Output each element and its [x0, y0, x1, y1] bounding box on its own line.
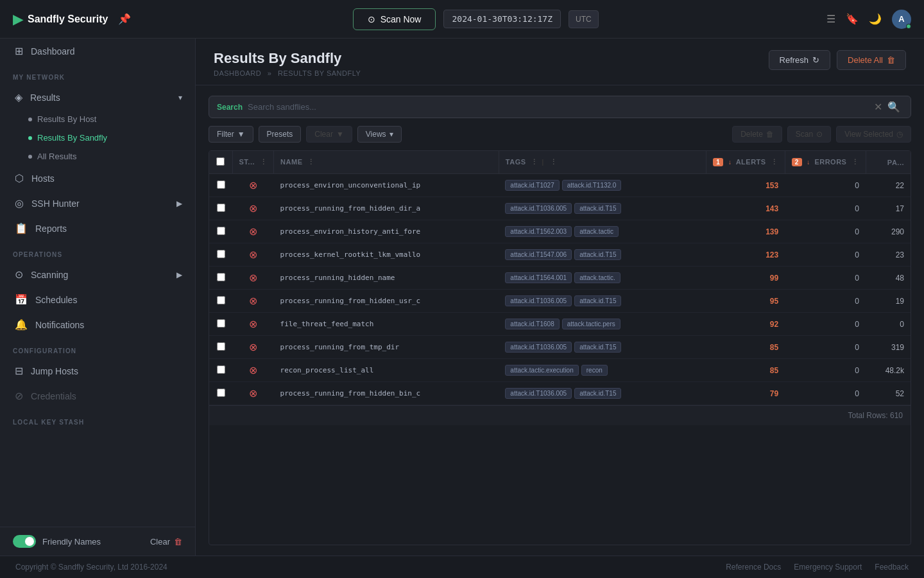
- tag-chip[interactable]: attack.id.T15: [574, 249, 621, 260]
- row-checkbox-cell-9[interactable]: [209, 382, 232, 405]
- row-name-1[interactable]: process_running_from_hidden_dir_a: [274, 197, 499, 220]
- search-clear-icon[interactable]: ✕: [871, 98, 885, 116]
- th-status[interactable]: ST... ⋮: [232, 151, 274, 174]
- select-all-header[interactable]: [209, 151, 232, 174]
- row-checkbox-cell-2[interactable]: [209, 220, 232, 243]
- tag-chip[interactable]: attack.tactic.pers: [562, 319, 620, 329]
- row-checkbox-cell-3[interactable]: [209, 243, 232, 267]
- search-submit-icon[interactable]: 🔍: [885, 98, 903, 116]
- tag-chip[interactable]: attack.id.T1036.005: [505, 295, 572, 306]
- friendly-names-toggle[interactable]: [13, 535, 36, 548]
- refresh-button[interactable]: Refresh ↻: [769, 50, 831, 70]
- th-name-menu-icon[interactable]: ⋮: [307, 158, 315, 166]
- pin-icon[interactable]: 📌: [118, 13, 131, 25]
- moon-icon[interactable]: 🌙: [869, 13, 882, 25]
- row-checkbox-5[interactable]: [217, 296, 225, 304]
- sidebar-item-credentials[interactable]: ⊘ Credentials: [0, 383, 195, 408]
- sidebar-item-schedules[interactable]: 📅 Schedules: [0, 287, 195, 312]
- row-checkbox-cell-4[interactable]: [209, 267, 232, 290]
- presets-button[interactable]: Presets: [259, 126, 302, 143]
- sidebar-item-all-results[interactable]: All Results: [28, 147, 195, 166]
- row-checkbox-cell-6[interactable]: [209, 313, 232, 336]
- views-button[interactable]: Views ▾: [357, 126, 402, 143]
- sidebar-item-notifications[interactable]: 🔔 Notifications: [0, 312, 195, 337]
- th-tags-sep-icon[interactable]: ⋮: [550, 158, 558, 166]
- tag-chip[interactable]: attack.id.T15: [574, 295, 621, 306]
- row-name-5[interactable]: process_running_from_hidden_usr_c: [274, 290, 499, 313]
- th-pa[interactable]: PA...: [866, 151, 911, 174]
- clear-button[interactable]: Clear 🗑: [150, 537, 182, 547]
- sidebar-item-hosts[interactable]: ⬡ Hosts: [0, 166, 195, 191]
- row-name-9[interactable]: process_running_from_hidden_bin_c: [274, 382, 499, 405]
- sidebar-item-results-by-host[interactable]: Results By Host: [28, 110, 195, 128]
- sidebar-item-scanning[interactable]: ⊙ Scanning ▶: [0, 262, 195, 287]
- row-name-3[interactable]: process_kernel_rootkit_lkm_vmallo: [274, 243, 499, 267]
- clear-filter-button[interactable]: Clear ▼: [306, 126, 352, 143]
- tag-chip[interactable]: attack.id.T1036.005: [505, 342, 572, 353]
- row-checkbox-cell-7[interactable]: [209, 336, 232, 359]
- tag-chip[interactable]: recon: [581, 365, 608, 376]
- tag-chip[interactable]: attack.id.T1608: [505, 319, 559, 329]
- th-tags[interactable]: TAGS ⋮ | ⋮: [499, 151, 706, 174]
- th-tags-menu-icon[interactable]: ⋮: [531, 158, 538, 166]
- row-name-7[interactable]: process_running_from_tmp_dir: [274, 336, 499, 359]
- view-selected-button[interactable]: View Selected ◷: [836, 126, 911, 143]
- row-checkbox-4[interactable]: [217, 273, 225, 281]
- feedback-link[interactable]: Feedback: [875, 563, 909, 572]
- tag-chip[interactable]: attack.id.T1036.005: [505, 388, 572, 399]
- sidebar-item-results-by-sandfly[interactable]: Results By Sandfly: [28, 128, 195, 147]
- th-alerts-menu-icon[interactable]: ⋮: [771, 158, 778, 166]
- row-name-0[interactable]: process_environ_unconventional_ip: [274, 174, 499, 197]
- bookmark-icon[interactable]: 🔖: [846, 13, 859, 25]
- tag-chip[interactable]: attack.id.T15: [574, 388, 621, 399]
- th-errors-menu-icon[interactable]: ⋮: [851, 158, 859, 166]
- select-all-checkbox[interactable]: [216, 157, 225, 166]
- tag-chip[interactable]: attack.id.T1027: [505, 180, 559, 191]
- sidebar-item-ssh-hunter[interactable]: ◎ SSH Hunter ▶: [0, 191, 195, 216]
- delete-all-button[interactable]: Delete All 🗑: [837, 50, 906, 70]
- scan-toolbar-button[interactable]: Scan ⊙: [787, 126, 831, 143]
- row-checkbox-cell-5[interactable]: [209, 290, 232, 313]
- row-checkbox-1[interactable]: [217, 204, 225, 212]
- row-name-8[interactable]: recon_process_list_all: [274, 359, 499, 382]
- tag-chip[interactable]: attack.tactic.: [574, 272, 620, 283]
- tag-chip[interactable]: attack.id.T1564.001: [505, 272, 572, 283]
- breadcrumb-home[interactable]: DASHBOARD: [214, 69, 261, 77]
- th-alerts[interactable]: 1 ↓ ALERTS ⋮: [706, 151, 785, 174]
- sidebar-item-dashboard[interactable]: ⊞ Dashboard: [0, 39, 195, 64]
- row-checkbox-9[interactable]: [217, 389, 225, 397]
- row-checkbox-cell-0[interactable]: [209, 174, 232, 197]
- tag-chip[interactable]: attack.id.T15: [574, 342, 621, 353]
- delete-toolbar-button[interactable]: Delete 🗑: [732, 126, 782, 143]
- avatar[interactable]: A: [892, 10, 911, 29]
- filter-button[interactable]: Filter ▼: [209, 126, 253, 143]
- tag-chip[interactable]: attack.id.T1547.006: [505, 249, 572, 260]
- row-name-4[interactable]: process_running_hidden_name: [274, 267, 499, 290]
- reference-docs-link[interactable]: Reference Docs: [726, 563, 781, 572]
- row-checkbox-0[interactable]: [217, 180, 225, 189]
- list-icon[interactable]: ☰: [826, 13, 835, 25]
- tag-chip[interactable]: attack.tactic: [574, 226, 619, 237]
- tag-chip[interactable]: attack.id.T1036.005: [505, 203, 572, 214]
- row-checkbox-2[interactable]: [217, 227, 225, 235]
- th-errors[interactable]: 2 ↓ ERRORS ⋮: [785, 151, 866, 174]
- row-checkbox-7[interactable]: [217, 342, 225, 351]
- scan-now-button[interactable]: ⊙ Scan Now: [353, 8, 436, 30]
- sidebar-item-results[interactable]: ◈ Results ▾: [0, 85, 195, 110]
- row-checkbox-cell-1[interactable]: [209, 197, 232, 220]
- search-input[interactable]: [248, 96, 871, 118]
- tag-chip[interactable]: attack.id.T1562.003: [505, 226, 572, 237]
- row-checkbox-8[interactable]: [217, 365, 225, 374]
- sidebar-item-jump-hosts[interactable]: ⊟ Jump Hosts: [0, 358, 195, 383]
- tag-chip[interactable]: attack.id.T15: [574, 203, 621, 214]
- row-checkbox-6[interactable]: [217, 319, 225, 328]
- row-checkbox-3[interactable]: [217, 250, 225, 258]
- row-name-6[interactable]: file_threat_feed_match: [274, 313, 499, 336]
- tag-chip[interactable]: attack.id.T1132.0: [562, 180, 622, 191]
- row-checkbox-cell-8[interactable]: [209, 359, 232, 382]
- emergency-support-link[interactable]: Emergency Support: [794, 563, 862, 572]
- th-name[interactable]: NAME ⋮: [274, 151, 499, 174]
- sidebar-item-reports[interactable]: 📋 Reports: [0, 216, 195, 241]
- tag-chip[interactable]: attack.tactic.execution: [505, 365, 578, 376]
- row-name-2[interactable]: process_environ_history_anti_fore: [274, 220, 499, 243]
